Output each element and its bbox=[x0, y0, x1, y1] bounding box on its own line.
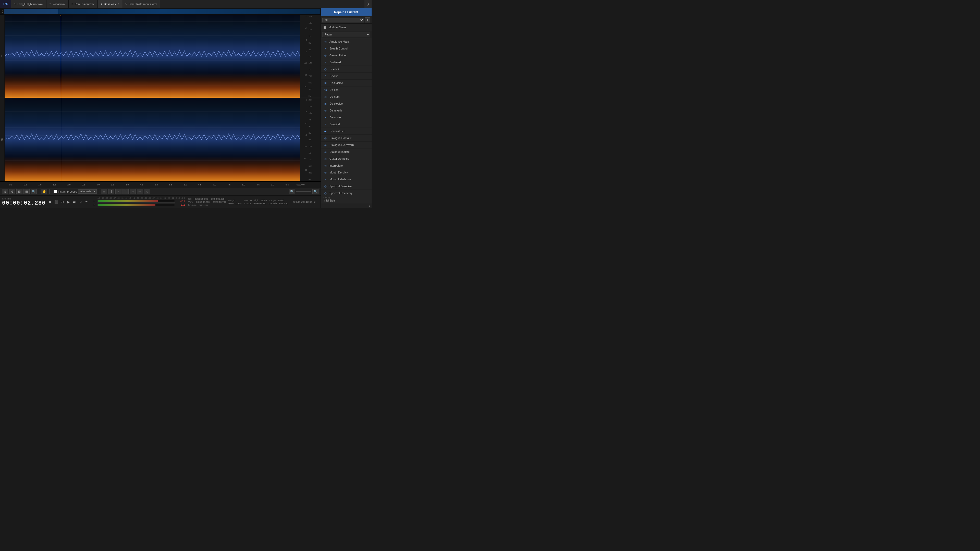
waveform-view-button[interactable]: 〜 bbox=[84, 200, 89, 204]
module-item-de-rustle[interactable]: ≡De-rustle bbox=[321, 114, 372, 121]
overview-waveform[interactable] bbox=[4, 9, 320, 14]
module-item-spectral-de-noise[interactable]: ◎Spectral De-noise bbox=[321, 183, 372, 190]
db-tick: -15 bbox=[301, 157, 307, 159]
module-item-dialogue-de-reverb[interactable]: ◎Dialogue De-reverb bbox=[321, 141, 372, 148]
tab-tab3[interactable]: 3. Percussion.wav bbox=[68, 0, 98, 8]
attenuate-select[interactable]: Attenuate Replace Remove bbox=[78, 189, 97, 194]
meter-scale-tick: -48 bbox=[125, 197, 127, 199]
fast-forward-button[interactable]: ⏭ bbox=[72, 200, 77, 204]
meter-scale-tick: -3 bbox=[181, 197, 183, 199]
module-item-ambience-match[interactable]: ◎Ambience Match bbox=[321, 38, 372, 45]
select-time-button[interactable]: ⏐ bbox=[108, 189, 115, 194]
lasso-button[interactable]: ⌒ bbox=[123, 189, 129, 194]
time-tick-11: 5.5 bbox=[169, 182, 172, 187]
module-label-de-reverb: De-reverb bbox=[329, 109, 342, 112]
zoom-time-button[interactable]: 🔍 bbox=[30, 189, 37, 194]
freq-tick: 700 bbox=[309, 75, 321, 77]
time-tick-8: 4.0 bbox=[126, 182, 129, 187]
expand-icon[interactable]: › bbox=[369, 204, 370, 207]
panel-menu-button[interactable]: ≡ bbox=[365, 17, 370, 22]
module-label-de-plosive: De-plosive bbox=[329, 102, 343, 105]
zoom-select-button[interactable]: ⊞ bbox=[24, 189, 30, 194]
meter-scale-tick: 0 bbox=[184, 197, 185, 199]
channel-row-right: R bbox=[0, 98, 321, 182]
module-item-de-crackle[interactable]: ⊞De-crackle bbox=[321, 79, 372, 86]
freq-scale-bottom: 20k15k10k7k5k3k2k1.5k1k700500300Hz bbox=[308, 98, 321, 181]
zoom-fit-button[interactable]: ⊡ bbox=[16, 189, 22, 194]
loop-button[interactable]: ↺ bbox=[78, 200, 83, 204]
length-label: Length bbox=[228, 199, 235, 202]
rewind-button[interactable]: ⏮ bbox=[60, 200, 65, 204]
record-button[interactable]: ⏺ bbox=[48, 200, 52, 204]
module-item-de-reverb[interactable]: ◎De-reverb bbox=[321, 107, 372, 114]
module-item-de-click[interactable]: ◎De-click bbox=[321, 66, 372, 73]
meter-bar-left bbox=[97, 200, 175, 203]
freq-tick: 10k bbox=[309, 29, 321, 31]
filter-select[interactable]: All Repair Utility bbox=[322, 17, 364, 22]
time-tick-13: 6.5 bbox=[198, 182, 202, 187]
tab-tab4[interactable]: 4. Bass.wav× bbox=[98, 0, 122, 8]
repair-assistant-header[interactable]: Repair Assistant bbox=[321, 8, 372, 16]
freq-grid bbox=[5, 85, 300, 86]
tab-tab2[interactable]: 2. Vocal.wav bbox=[46, 0, 68, 8]
module-item-de-hum[interactable]: ◎De-hum bbox=[321, 94, 372, 100]
stop-button[interactable]: ⬛ bbox=[54, 200, 59, 204]
pan-tool-button[interactable]: ✋ bbox=[41, 189, 47, 194]
play-button[interactable]: ▶ bbox=[66, 200, 71, 204]
module-item-mouth-de-click[interactable]: ◎Mouth De-click bbox=[321, 169, 372, 176]
instant-process-checkbox[interactable] bbox=[54, 190, 57, 193]
freq-tick: 500 bbox=[309, 165, 321, 167]
module-label-spectral-recovery: Spectral Recovery bbox=[329, 192, 352, 195]
module-item-de-plosive[interactable]: ⊞De-plosive bbox=[321, 100, 372, 107]
harmonic-button[interactable]: ♫ bbox=[130, 189, 136, 194]
zoom-out-button[interactable]: ⊖ bbox=[9, 189, 15, 194]
zoom-in-right[interactable]: 🔍 bbox=[312, 189, 318, 194]
freq-tick: 20k bbox=[309, 99, 321, 101]
module-item-guitar-de-noise[interactable]: ◎Guitar De-noise bbox=[321, 156, 372, 162]
module-item-interpolate[interactable]: ◎Interpolate bbox=[321, 162, 372, 169]
section-select[interactable]: Repair Utility bbox=[322, 32, 370, 37]
time-tick-6: 3.0 bbox=[97, 182, 100, 187]
instant-process-label[interactable]: Instant process bbox=[58, 190, 77, 193]
status-bar: h:m:s.ms 00:00:02.286 ⏺ ⬛ ⏮ ▶ ⏭ ↺ 〜 -Inf… bbox=[0, 195, 321, 208]
tab-overflow[interactable]: ❯ bbox=[364, 0, 372, 8]
module-item-breath-control[interactable]: ≋Breath Control bbox=[321, 45, 372, 52]
gain-button[interactable]: ∿ bbox=[144, 189, 150, 194]
tab-tab5[interactable]: 5. Other Instruments.wav bbox=[122, 0, 160, 8]
tab-close-tab4[interactable]: × bbox=[118, 3, 119, 5]
module-chain-button[interactable]: ⊞ Module Chain bbox=[321, 24, 372, 31]
info-cursor-db: -29.2 dB bbox=[269, 202, 277, 205]
module-item-center-extract[interactable]: ◎Center Extract bbox=[321, 52, 372, 59]
freq-tick: 300 bbox=[309, 88, 321, 91]
cursor-label: Cursor bbox=[244, 202, 251, 205]
select-freq-button[interactable]: ≡ bbox=[115, 189, 121, 194]
zoom-slider[interactable] bbox=[296, 191, 311, 192]
spectrograms: L bbox=[0, 15, 321, 182]
time-tick-20: 10.0 bbox=[300, 182, 305, 187]
module-item-deconstruct[interactable]: ◈Deconstruct bbox=[321, 128, 372, 135]
time-tick-1: 0.5 bbox=[24, 182, 27, 187]
module-item-dialogue-isolate[interactable]: ◎Dialogue Isolate bbox=[321, 148, 372, 156]
timecode-value: 00:00:02.286 bbox=[2, 200, 45, 206]
brush-button[interactable]: ✏ bbox=[137, 189, 143, 194]
module-item-de-wind[interactable]: ≡De-wind bbox=[321, 121, 372, 128]
module-item-de-ess[interactable]: ≈sDe-ess bbox=[321, 86, 372, 94]
select-rect-button[interactable]: ▭ bbox=[101, 189, 107, 194]
overview-collapse[interactable]: ✕ ✕ bbox=[0, 8, 4, 14]
freq-select-icon: ≡ bbox=[118, 190, 119, 193]
module-item-dialogue-contour[interactable]: ◎Dialogue Contour bbox=[321, 135, 372, 141]
module-item-music-rebalance[interactable]: ♪Music Rebalance bbox=[321, 176, 372, 183]
module-item-de-clip[interactable]: ⊓De-clip bbox=[321, 73, 372, 79]
view-label: View bbox=[188, 201, 193, 203]
info-view-start: 00:00:00.000 bbox=[196, 201, 210, 203]
freq-grid bbox=[5, 68, 300, 69]
freq-tick: 1k bbox=[309, 152, 321, 154]
rect-select-icon: ▭ bbox=[103, 190, 105, 193]
spectrogram-left[interactable] bbox=[5, 15, 300, 98]
tab-tab1[interactable]: 1. Low_Full_Mirror.wav bbox=[11, 0, 46, 8]
zoom-in-button[interactable]: ⊕ bbox=[2, 189, 8, 194]
module-item-de-bleed[interactable]: ≡De-bleed bbox=[321, 59, 372, 66]
spectrogram-right[interactable] bbox=[5, 98, 300, 181]
zoom-out-right[interactable]: 🔍 bbox=[289, 189, 295, 194]
module-item-spectral-recovery[interactable]: ◎Spectral Recovery bbox=[321, 190, 372, 195]
